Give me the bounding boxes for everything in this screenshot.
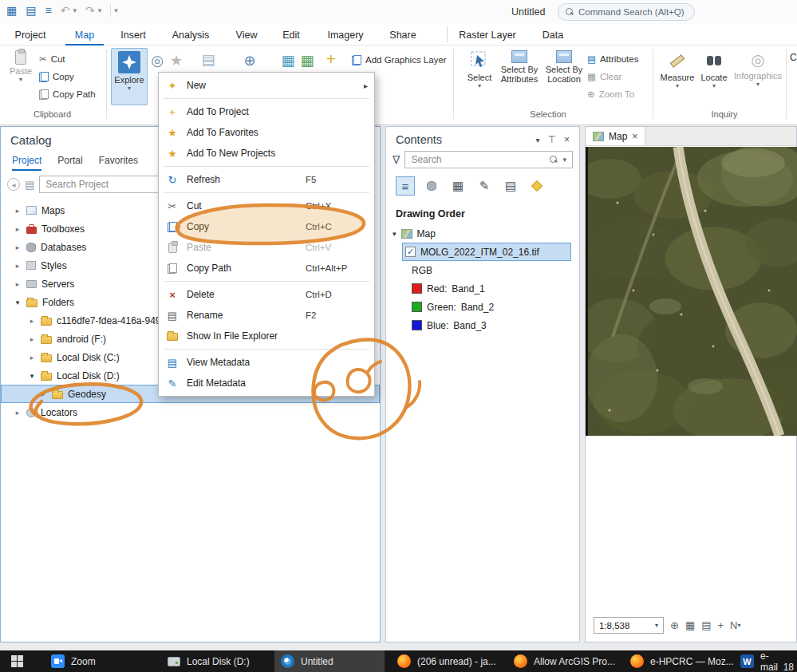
paste-button[interactable]: Paste ▾ [2,48,39,105]
tab-project[interactable]: Project [8,24,53,45]
menu-item-view-metadata[interactable]: ▤ View Metadata [159,352,374,373]
expand-icon[interactable]: ▸ [28,317,36,325]
layer-checkbox[interactable]: ✓ [405,247,416,257]
tab-view[interactable]: View [228,24,265,45]
taskbar-item-arcgis-untitled[interactable]: Untitled [274,650,385,672]
menu-item-show-in-file-explorer[interactable]: Show In File Explorer [159,326,374,346]
infographics-button[interactable]: ◎ Infographics ▾ [732,48,783,105]
collapse-icon[interactable]: ▾ [14,298,22,306]
add-graphics-layer-button[interactable]: Add Graphics Layer [349,51,449,69]
new-notebook-icon[interactable]: ▤ [26,4,36,17]
select-by-location-button[interactable]: Select By Location [543,48,586,105]
menu-item-add-to-new-projects[interactable]: ★ Add To New Projects [159,143,374,164]
explore-button[interactable]: Explore ▾ [111,48,148,105]
undo-icon[interactable]: ↶ [61,4,70,17]
tab-map[interactable]: Map [65,24,104,45]
clear-button[interactable]: ▦ Clear [585,68,641,85]
crosshair-icon[interactable]: + [718,619,724,631]
save-project-icon[interactable]: ▦ [6,4,17,17]
bookmarks-icon[interactable]: ◎ [147,50,168,71]
history-icon[interactable]: ▤ [25,179,34,191]
go-to-xy-icon[interactable]: ⊕ [239,50,260,71]
zoom-to-button[interactable]: ⊕ Zoom To [585,85,641,103]
menu-item-paste[interactable]: Paste Ctrl+V [159,237,374,258]
taskbar-item-firefox-ehpcrc[interactable]: e-HPCRC — Moz... [624,650,740,672]
list-by-drawing-order-icon[interactable]: ≡ [396,176,415,196]
collapse-icon[interactable]: ▾ [28,372,36,380]
select-by-attributes-button[interactable]: Select By Attributes [498,48,541,105]
menu-item-refresh[interactable]: ↻ Refresh F5 [159,169,374,190]
menu-item-add-to-project[interactable]: + Add To Project [159,101,374,122]
taskbar-item-firefox-allow-arcgis[interactable]: Allow ArcGIS Pro... [507,650,621,672]
menu-item-add-to-favorites[interactable]: ★ Add To Favorites [159,122,374,143]
tab-analysis[interactable]: Analysis [164,24,217,45]
menu-item-copy[interactable]: Copy Ctrl+C [159,216,374,237]
pin-icon[interactable]: ⊤ [548,134,556,145]
favorites-extent-icon[interactable]: ★ [166,50,187,71]
menu-item-delete[interactable]: × Delete Ctrl+D [159,284,374,305]
tab-edit[interactable]: Edit [274,24,308,45]
customize-toolbar-icon[interactable]: ▾ [114,6,118,14]
attributes-button[interactable]: ▤ Attributes [585,50,641,68]
back-icon[interactable]: ◂ [7,178,20,191]
tab-data[interactable]: Data [533,24,573,45]
taskbar-item-word-email[interactable]: e-mail_18 [734,650,797,672]
menu-item-new[interactable]: ✦ New ▸ [159,75,374,96]
menu-item-rename[interactable]: ▤ Rename F2 [159,305,374,326]
expand-icon[interactable]: ▸ [28,354,36,362]
menu-item-cut[interactable]: ✂ Cut Ctrl+X [159,196,374,216]
menu-item-edit-metadata[interactable]: ✎ Edit Metadata [159,373,374,393]
start-button[interactable] [5,650,30,672]
expand-icon[interactable]: ▸ [14,409,22,417]
contents-search-input[interactable]: Search ▾ [404,151,573,168]
map-scale-combo[interactable]: 1:8,538 ▾ [594,617,664,634]
filter-funnel-icon[interactable]: ∇ [393,153,400,166]
copy-button[interactable]: Copy [37,68,98,85]
expand-icon[interactable]: ▸ [14,280,22,288]
list-by-data-source-icon[interactable] [422,176,441,196]
collapse-icon[interactable]: ▾ [393,230,397,238]
catalog-tab-favorites[interactable]: Favorites [99,155,138,171]
map-node[interactable]: ▾ Map [386,224,579,243]
tab-raster-layer[interactable]: Raster Layer [451,24,524,45]
expand-icon[interactable]: ▸ [39,390,47,398]
aerial-raster-image[interactable] [586,147,797,436]
search-options-icon[interactable]: ▾ [562,156,566,164]
command-search-input[interactable]: Command Search (Alt+Q) [558,3,695,21]
taskbar-item-local-disk-d[interactable]: Local Disk (D:) [161,650,256,672]
select-button[interactable]: Select ▾ [461,48,498,105]
snapping-icon[interactable]: ▤ [701,619,711,631]
redo-dropdown-icon[interactable]: ▾ [98,6,102,14]
expand-icon[interactable]: ▸ [14,243,22,251]
menu-item-copy-path[interactable]: Copy Path Ctrl+Alt+P [159,258,374,279]
north-arrow-icon[interactable]: N▾ [730,619,740,631]
taskbar-item-firefox-unread[interactable]: (206 unread) - ja... [391,650,503,672]
expand-icon[interactable]: ▸ [14,262,22,270]
list-by-snapping-icon[interactable]: ▤ [501,176,520,196]
catalog-tab-portal[interactable]: Portal [57,155,82,171]
expand-icon[interactable]: ▸ [14,225,22,233]
tab-share[interactable]: Share [381,24,424,45]
list-by-editing-icon[interactable]: ✎ [475,176,494,196]
contents-menu-icon[interactable]: ▾ [536,136,540,144]
locate-button[interactable]: Locate ▾ [696,48,732,105]
previous-extent-icon[interactable]: ▤ [198,49,219,70]
catalog-tab-project[interactable]: Project [12,155,41,171]
add-data-icon[interactable]: ▦ [297,50,318,71]
copy-path-button[interactable]: Copy Path [37,85,98,103]
tree-item-locators[interactable]: ▸ Locators [1,403,380,421]
list-by-labeling-icon[interactable] [527,176,546,196]
layer-node[interactable]: ✓ MOLG_2022_ITM_02_16.tif [402,243,571,261]
open-project-icon[interactable]: ≡ [45,4,51,17]
list-by-selection-icon[interactable]: ▦ [448,176,468,196]
taskbar-item-zoom[interactable]: Zoom [45,650,102,672]
map-tab-close-icon[interactable]: × [632,131,637,142]
tab-imagery[interactable]: Imagery [319,24,372,45]
map-view-tab[interactable]: Map × [586,127,645,145]
tab-insert[interactable]: Insert [113,24,153,45]
measure-button[interactable]: Measure ▾ [659,48,696,105]
add-preset-plus-icon[interactable]: + [321,49,341,69]
basemap-icon[interactable]: ▦ [278,50,298,71]
contents-close-icon[interactable]: × [564,134,570,145]
select-graphics-icon[interactable]: ⊕ [670,619,679,631]
